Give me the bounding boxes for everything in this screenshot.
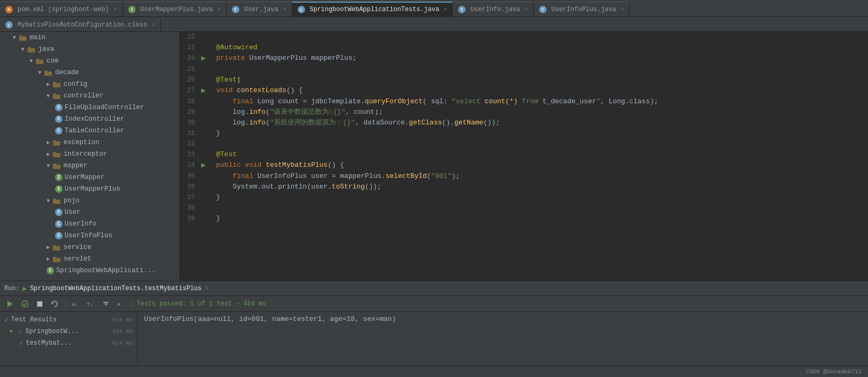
sidebar-item-UserInfo[interactable]: C UserInfo xyxy=(0,218,180,230)
line-num-24: 24 xyxy=(180,53,201,64)
gutter-28 xyxy=(201,96,212,107)
sidebar-item-exception[interactable]: ▶ exception xyxy=(0,137,180,148)
tab-pom[interactable]: m pom.xml (springboot-web) × xyxy=(0,2,123,16)
tab-label-pom: pom.xml (springboot-web) xyxy=(17,6,109,13)
sidebar-item-service[interactable]: ▶ service xyxy=(0,241,180,253)
tab-close-user[interactable]: × xyxy=(283,6,287,12)
sidebar-item-IndexController[interactable]: C IndexController xyxy=(0,113,180,125)
token-fn-testMybatisPlus: testMybatisPlus xyxy=(266,161,328,169)
status-text: CSDN @Decade0712 xyxy=(806,369,862,375)
sidebar-item-main[interactable]: ▼ main xyxy=(0,32,180,43)
line-num-33: 33 xyxy=(180,149,201,160)
line-num-22: 22 xyxy=(180,32,201,42)
code-23: @Autowired xyxy=(212,42,868,53)
gutter-36 xyxy=(201,182,212,192)
tab-userInfoPlus[interactable]: C UserInfoPlus.java × xyxy=(534,2,630,16)
token-var-paren1: () { xyxy=(287,86,303,94)
svg-rect-11 xyxy=(53,94,56,95)
arrow-main: ▼ xyxy=(13,35,19,41)
run-label: Run: xyxy=(4,285,20,292)
code-line-23: 23 @Autowired xyxy=(180,42,868,53)
label-decade: decade xyxy=(55,69,79,76)
result-item-springbootW[interactable]: ▼ ✓ SpringbootW... 414 ms xyxy=(0,326,137,337)
rerun-button[interactable] xyxy=(49,298,60,310)
token-var-datasource: , dataSource. xyxy=(355,119,409,127)
sidebar-item-config[interactable]: ▶ config xyxy=(0,78,180,90)
check-icon-header: ✓ xyxy=(4,316,8,324)
tab-icon-pom: m xyxy=(5,6,13,13)
tab-close-mybatisConfig[interactable]: × xyxy=(152,22,155,28)
sidebar-item-SpringbootTest[interactable]: C SpringbootWebApplicati... xyxy=(0,265,180,276)
more-button[interactable]: » xyxy=(115,298,127,310)
sidebar-item-java[interactable]: ▼ java xyxy=(0,43,180,55)
tab-user[interactable]: C User.java × xyxy=(227,2,292,16)
label-SpringbootTest: SpringbootWebApplicati... xyxy=(56,267,156,274)
gutter-24: ▶ xyxy=(201,53,212,64)
file-icon-UserInfo: C xyxy=(55,220,62,228)
label-exception: exception xyxy=(64,139,100,146)
folder-icon-decade xyxy=(44,69,53,76)
code-line-34: 34 ▶ public void testMybatisPlus() { xyxy=(180,160,868,171)
sidebar: ▼ main ▼ java ▼ com ▼ xyxy=(0,32,180,281)
result-item-testMybat[interactable]: ✓ testMybat... 414 ms xyxy=(0,337,137,349)
sidebar-item-TableController[interactable]: C TableController xyxy=(0,125,180,137)
code-table: 22 23 @Autowired 24 ▶ private UserM xyxy=(180,32,868,224)
file-icon-UserMapper: I xyxy=(55,174,62,181)
token-kw-void1: void xyxy=(216,86,237,94)
token-fn-info2: info xyxy=(249,119,265,127)
stop-button[interactable] xyxy=(34,298,46,310)
code-33: @Test xyxy=(212,149,868,160)
code-line-39: 39 } xyxy=(180,213,868,224)
folder-icon-controller xyxy=(53,93,61,99)
tab-userInfo[interactable]: C UserInfo.java × xyxy=(453,2,534,16)
sort-az-button[interactable]: A↓ xyxy=(70,298,82,310)
sidebar-item-mapper[interactable]: ▼ mapper xyxy=(0,160,180,172)
tab-close-springbootTest[interactable]: × xyxy=(444,7,447,13)
sidebar-item-User[interactable]: C User xyxy=(0,207,180,218)
filter-button[interactable] xyxy=(100,298,112,310)
tab-userMapperPlus[interactable]: I UserMapperPlus.java × xyxy=(123,2,227,16)
line-num-38: 38 xyxy=(180,203,201,213)
token-fn-queryForObject: queryForObject xyxy=(365,97,423,105)
tab-icon-user: C xyxy=(232,6,239,13)
run-icon-27[interactable]: ▶ xyxy=(201,86,205,95)
token-annotation-autowired: @Autowired xyxy=(216,43,257,51)
sidebar-item-interceptor[interactable]: ▶ interceptor xyxy=(0,148,180,160)
sidebar-item-servlet[interactable]: ▶ servlet xyxy=(0,253,180,265)
gutter-39 xyxy=(201,213,212,224)
sidebar-item-com[interactable]: ▼ com xyxy=(0,55,180,67)
run-icon-34[interactable]: ▶ xyxy=(201,161,205,169)
folder-icon-com xyxy=(36,58,44,64)
tab-close-userInfo[interactable]: × xyxy=(525,6,528,12)
sidebar-item-UserMapper[interactable]: I UserMapper xyxy=(0,172,180,183)
sidebar-item-pojo[interactable]: ▼ pojo xyxy=(0,195,180,207)
result-label-springbootW: SpringbootW... xyxy=(25,328,79,335)
tab-close-pom[interactable]: × xyxy=(114,6,117,12)
sidebar-item-decade[interactable]: ▼ decade xyxy=(0,67,180,78)
sidebar-item-UserMapperPlus[interactable]: I UserMapperPlus xyxy=(0,183,180,195)
code-39: } xyxy=(212,213,868,224)
sidebar-item-controller[interactable]: ▼ controller xyxy=(0,90,180,102)
token-var-system: System. xyxy=(216,183,262,191)
run-icon-24[interactable]: ▶ xyxy=(201,54,205,62)
tab-close-userInfoPlus[interactable]: × xyxy=(621,6,624,12)
arrow-pojo: ▼ xyxy=(47,198,53,204)
check-button[interactable] xyxy=(19,298,31,310)
play-button[interactable] xyxy=(4,298,16,310)
token-cls-UserMapperPlus: UserMapperPlus xyxy=(249,54,311,62)
token-str-001: "001" xyxy=(431,172,452,180)
label-UserInfo: UserInfo xyxy=(65,220,96,228)
run-close-btn[interactable]: × xyxy=(205,285,209,292)
sidebar-item-UserInfoPlus[interactable]: C UserInfoPlus xyxy=(0,230,180,241)
code-line-29: 29 log.info("该表中数据总数为:{}", count); xyxy=(180,107,868,118)
tab-close-userMapperPlus[interactable]: × xyxy=(218,6,221,12)
label-UserMapperPlus: UserMapperPlus xyxy=(65,185,120,193)
main-area: ▼ main ▼ java ▼ com ▼ xyxy=(0,32,868,281)
tab-mybatisConfig[interactable]: C MybatisPlusAutoConfiguration.class × xyxy=(0,19,161,31)
code-26: @Test| xyxy=(212,75,868,85)
code-line-24: 24 ▶ private UserMapperPlus mapperPlus; xyxy=(180,53,868,64)
code-scroll[interactable]: 22 23 @Autowired 24 ▶ private UserM xyxy=(180,32,868,281)
sort-time-button[interactable]: T↓ xyxy=(85,298,97,310)
sidebar-item-FileUploadController[interactable]: C FileUploadController xyxy=(0,102,180,113)
tab-springbootTest[interactable]: C SpringbootWebApplicationTests.java × xyxy=(292,2,453,16)
